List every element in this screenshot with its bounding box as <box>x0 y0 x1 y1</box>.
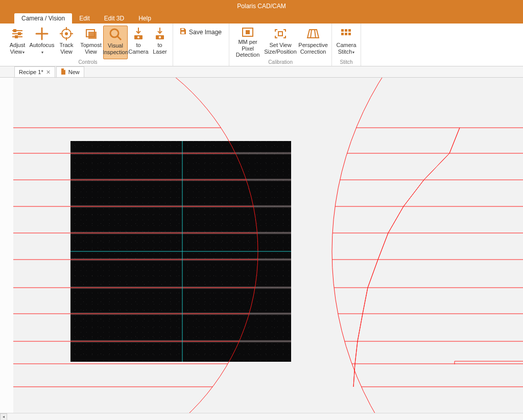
svg-rect-22 <box>181 29 184 30</box>
crosshair-plus-icon <box>34 27 50 41</box>
doc-tab-recipe1[interactable]: Recipe 1* ✕ <box>14 66 55 77</box>
svg-line-60 <box>358 314 363 341</box>
vertical-ruler <box>0 78 13 420</box>
ruler-marker <box>0 194 13 202</box>
visual-inspection-button[interactable]: Visual Inspection <box>103 26 128 59</box>
svg-line-66 <box>353 364 355 387</box>
svg-rect-31 <box>348 29 351 32</box>
mm-per-pixel-button[interactable]: MM per Pixel Detection <box>231 26 264 59</box>
ribbon-group-calibration: MM per Pixel Detection Set View Size/Pos… <box>229 24 332 66</box>
svg-rect-34 <box>348 33 351 35</box>
svg-rect-21 <box>159 36 161 38</box>
svg-line-27 <box>311 30 312 38</box>
adjust-view-button[interactable]: Adjust View ▾ <box>5 26 30 59</box>
svg-rect-30 <box>345 29 347 32</box>
label: Visual Inspection <box>103 42 128 55</box>
grid-icon <box>338 27 354 41</box>
svg-point-13 <box>65 33 67 35</box>
svg-point-69 <box>332 78 523 420</box>
sliders-icon <box>9 27 26 41</box>
svg-line-63 <box>355 341 358 364</box>
svg-rect-23 <box>181 32 184 34</box>
app-title: Polaris CAD/CAM <box>237 3 286 10</box>
autofocus-button[interactable]: Autofocus▾ <box>30 26 54 59</box>
close-icon[interactable]: ✕ <box>46 69 51 76</box>
svg-line-42 <box>424 153 449 180</box>
svg-line-57 <box>363 288 368 314</box>
layers-icon <box>83 27 99 41</box>
group-label-calibration: Calibration <box>268 60 293 66</box>
svg-point-19 <box>137 36 139 38</box>
to-camera-button[interactable]: to Camera <box>128 26 149 59</box>
menu-tab-strip: Camera / Vision Edit Edit 3D Help <box>0 12 523 24</box>
svg-rect-3 <box>14 30 16 32</box>
svg-rect-33 <box>345 33 347 35</box>
topmost-view-button[interactable]: Topmost View <box>79 26 103 59</box>
target-icon <box>58 27 75 41</box>
download-camera-icon <box>130 27 147 41</box>
magnifier-icon <box>107 27 124 41</box>
title-bar: Polaris CAD/CAM <box>0 0 523 12</box>
menu-tab-edit3d[interactable]: Edit 3D <box>97 13 131 24</box>
doc-tab-new[interactable]: New <box>56 66 84 77</box>
label: to Laser <box>153 42 167 55</box>
scroll-left-button[interactable]: ◂ <box>0 413 7 421</box>
design-canvas[interactable]: ◂ <box>0 78 523 420</box>
svg-rect-26 <box>278 32 282 36</box>
menu-tab-camera-vision[interactable]: Camera / Vision <box>14 13 72 24</box>
camera-image <box>70 141 291 362</box>
track-view-button[interactable]: Track View <box>54 26 79 59</box>
label: MM per Pixel Detection <box>232 39 263 58</box>
group-label-controls: Controls <box>78 60 97 66</box>
label: Autofocus▾ <box>30 42 55 55</box>
svg-rect-32 <box>341 33 344 35</box>
corners-icon <box>272 27 289 41</box>
svg-rect-15 <box>88 32 97 39</box>
download-laser-icon <box>152 27 168 41</box>
ribbon: Adjust View ▾ Autofocus▾ Track View Topm… <box>0 24 523 66</box>
camera-stitch-button[interactable]: Camera Stitch ▾ <box>334 26 359 59</box>
svg-line-45 <box>403 180 424 206</box>
label: Adjust View ▾ <box>10 42 26 55</box>
label: Set View Size/Position <box>264 42 297 55</box>
set-view-size-button[interactable]: Set View Size/Position <box>264 26 297 59</box>
group-label-stitch: Stitch <box>340 60 353 66</box>
svg-line-54 <box>368 260 378 288</box>
svg-point-16 <box>110 29 118 37</box>
svg-rect-5 <box>15 36 17 38</box>
perspective-icon <box>305 27 321 41</box>
frame-square-icon <box>240 27 256 38</box>
perspective-correction-button[interactable]: Perspective Correction <box>297 26 329 59</box>
svg-rect-29 <box>341 29 344 32</box>
svg-rect-4 <box>18 33 20 35</box>
horizontal-scrollbar[interactable]: ◂ <box>0 413 523 420</box>
label: Track View <box>59 42 73 55</box>
file-icon <box>61 68 66 76</box>
svg-line-39 <box>449 128 460 153</box>
menu-tab-edit[interactable]: Edit <box>72 13 97 24</box>
menu-tab-help[interactable]: Help <box>131 13 158 24</box>
svg-line-28 <box>315 30 316 38</box>
ribbon-group-stitch: Camera Stitch ▾ Stitch <box>332 24 361 66</box>
label: Camera Stitch ▾ <box>336 42 356 55</box>
to-laser-button[interactable]: to Laser <box>149 26 171 59</box>
label: to Camera <box>128 42 148 55</box>
document-tab-strip: Recipe 1* ✕ New <box>0 66 523 78</box>
label: Topmost View <box>80 42 102 55</box>
ribbon-group-controls: Adjust View ▾ Autofocus▾ Track View Topm… <box>3 24 173 66</box>
save-image-button[interactable]: Save Image <box>175 24 227 36</box>
svg-line-48 <box>388 206 403 233</box>
save-icon <box>179 28 186 36</box>
svg-line-17 <box>117 36 121 40</box>
label: New <box>68 69 80 75</box>
label: Recipe 1* <box>19 69 43 75</box>
svg-line-51 <box>378 233 388 260</box>
svg-rect-25 <box>246 31 249 34</box>
label: Save Image <box>189 29 222 36</box>
label: Perspective Correction <box>298 42 327 55</box>
